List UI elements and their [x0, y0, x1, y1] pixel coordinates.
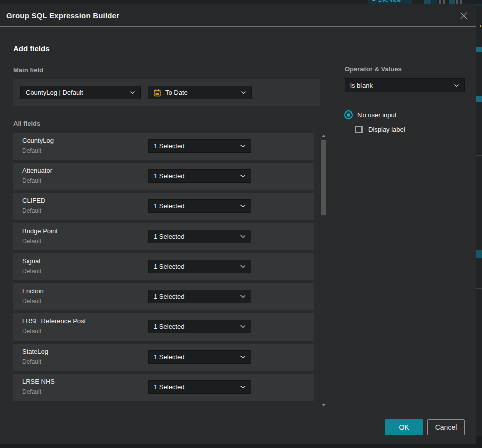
field-list-item: LRSE Reference Post Default 1 Selected	[13, 313, 314, 341]
background-toolbar-icon	[432, 0, 437, 4]
field-selection-value: 1 Selected	[154, 233, 236, 240]
chevron-down-icon	[240, 295, 246, 298]
background-fragment	[476, 155, 482, 156]
operator-values-label: Operator & Values	[345, 65, 402, 73]
background-fragment	[476, 288, 482, 289]
field-selection-dropdown[interactable]: 1 Selected	[148, 380, 251, 394]
chevron-down-icon	[240, 144, 246, 148]
main-field-type-dropdown[interactable]: To Date	[148, 86, 252, 99]
main-field-type-value: To Date	[165, 89, 236, 96]
calendar-icon	[153, 89, 161, 97]
radio-selected-icon	[344, 110, 353, 119]
background-toolbar-icon	[424, 0, 431, 4]
chevron-down-icon	[240, 265, 246, 268]
field-subtitle: Default	[22, 298, 41, 305]
field-subtitle: Default	[22, 328, 41, 335]
scroll-up-arrow-icon[interactable]	[322, 135, 326, 137]
background-fragment	[476, 250, 482, 258]
field-selection-dropdown[interactable]: 1 Selected	[148, 350, 251, 364]
field-subtitle: Default	[22, 147, 41, 154]
group-sql-expression-builder-dialog: Group SQL Expression Builder Add fields …	[0, 4, 476, 444]
cancel-button[interactable]: Cancel	[427, 419, 465, 435]
field-selection-value: 1 Selected	[154, 172, 236, 180]
background-toolbar-icon	[443, 0, 445, 4]
background-app-bottom-sliver	[0, 444, 482, 448]
main-field-dropdown[interactable]: CountyLog | Default	[20, 86, 141, 99]
display-label-label: Display label	[368, 126, 405, 133]
field-selection-value: 1 Selected	[154, 323, 236, 330]
field-selection-value: 1 Selected	[154, 202, 236, 210]
field-subtitle: Default	[22, 388, 41, 395]
field-subtitle: Default	[22, 358, 41, 365]
background-fragment	[476, 96, 482, 102]
dialog-title: Group SQL Expression Builder	[6, 11, 119, 20]
field-name: CLIFED	[22, 197, 45, 204]
chevron-down-icon	[240, 235, 246, 238]
background-toolbar-icon	[439, 0, 441, 4]
background-fragment	[476, 27, 482, 27]
field-selection-dropdown[interactable]: 1 Selected	[148, 320, 251, 333]
close-button[interactable]	[458, 10, 470, 22]
field-subtitle: Default	[22, 207, 41, 214]
scrollbar-thumb[interactable]	[321, 140, 326, 215]
field-selection-dropdown[interactable]: 1 Selected	[148, 139, 251, 153]
background-fragment	[476, 436, 482, 444]
background-toolbar-icon	[460, 0, 462, 4]
background-app-right-sliver	[476, 4, 482, 444]
background-toolbar-icon	[456, 0, 458, 4]
field-selection-value: 1 Selected	[154, 142, 236, 150]
main-field-dropdown-value: CountyLog | Default	[26, 89, 126, 96]
field-subtitle: Default	[22, 268, 41, 275]
field-list-item: StateLog Default 1 Selected	[13, 344, 314, 371]
field-name: StateLog	[22, 348, 48, 355]
field-name: Bridge Point	[22, 227, 58, 235]
live-view-dot-icon	[372, 0, 375, 1]
main-field-label: Main field	[13, 66, 43, 74]
chevron-down-icon	[454, 84, 459, 87]
field-subtitle: Default	[22, 238, 41, 245]
field-selection-value: 1 Selected	[154, 383, 236, 391]
field-selection-dropdown[interactable]: 1 Selected	[148, 199, 251, 213]
field-list-item: CLIFED Default 1 Selected	[13, 193, 314, 220]
field-selection-value: 1 Selected	[154, 263, 236, 270]
dialog-header: Group SQL Expression Builder	[0, 4, 476, 27]
field-selection-dropdown[interactable]: 1 Selected	[148, 290, 251, 303]
all-fields-list: CountyLog Default 1 Selected Attenuator …	[13, 133, 314, 401]
display-label-checkbox[interactable]: Display label	[355, 126, 405, 133]
chevron-down-icon	[130, 91, 135, 94]
field-list-item: Attenuator Default 1 Selected	[13, 163, 314, 190]
chevron-down-icon	[240, 325, 246, 328]
scroll-down-arrow-icon[interactable]	[322, 404, 326, 406]
chevron-down-icon	[240, 204, 246, 208]
background-fragment	[476, 47, 482, 52]
close-icon	[459, 11, 469, 21]
chevron-down-icon	[240, 355, 246, 359]
field-list-item: Signal Default 1 Selected	[13, 253, 314, 280]
main-field-row: CountyLog | Default To Date	[13, 79, 320, 106]
ok-button[interactable]: OK	[385, 419, 423, 435]
no-user-input-radio[interactable]: No user input	[344, 110, 396, 119]
field-name: CountyLog	[22, 137, 54, 144]
live-view-button[interactable]: Live view	[368, 0, 412, 4]
operator-dropdown[interactable]: is blank	[345, 78, 465, 92]
background-fragment	[480, 25, 481, 27]
field-list-item: Bridge Point Default 1 Selected	[13, 223, 314, 250]
list-scrollbar[interactable]	[321, 130, 326, 411]
field-name: Attenuator	[22, 167, 52, 174]
chevron-down-icon	[240, 91, 246, 94]
background-app-top-sliver: Live view	[0, 0, 482, 4]
field-list-item: LRSE NHS Default 1 Selected	[13, 374, 314, 401]
checkbox-unchecked-icon	[355, 126, 363, 133]
field-selection-dropdown[interactable]: 1 Selected	[148, 169, 251, 183]
field-name: LRSE Reference Post	[22, 317, 86, 325]
background-toolbar-icon	[449, 0, 455, 4]
background-fragment	[476, 4, 482, 6]
live-view-label: Live view	[378, 0, 401, 3]
field-name: Signal	[22, 257, 40, 265]
operator-dropdown-value: is blank	[350, 82, 450, 89]
no-user-input-label: No user input	[357, 111, 396, 119]
field-selection-dropdown[interactable]: 1 Selected	[148, 230, 251, 243]
all-fields-label: All fields	[13, 120, 40, 127]
field-selection-value: 1 Selected	[154, 293, 236, 300]
field-selection-dropdown[interactable]: 1 Selected	[148, 260, 251, 273]
